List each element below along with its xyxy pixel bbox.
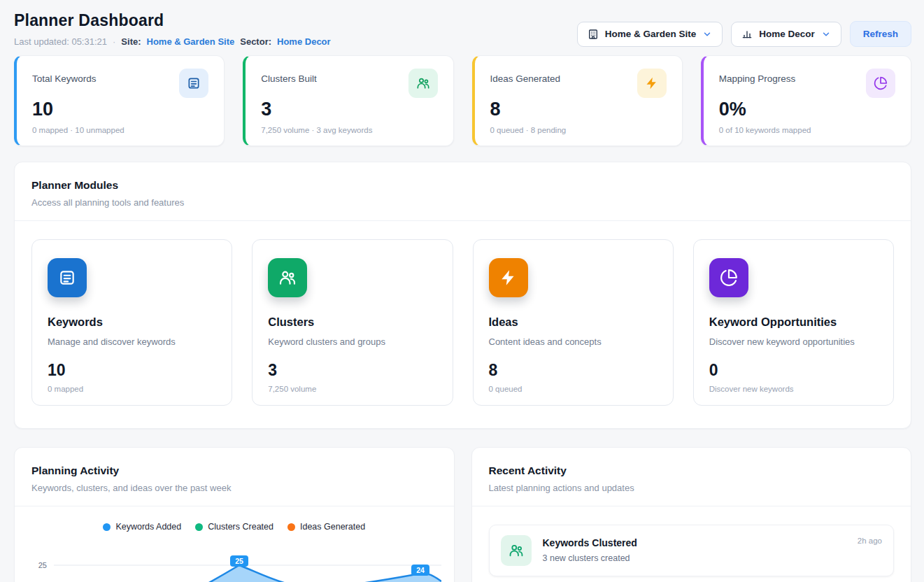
legend-dot (195, 523, 203, 531)
stat-value: 10 (32, 99, 208, 120)
chevron-down-icon (821, 29, 831, 39)
planning-activity-head: Planning Activity Keywords, clusters, an… (15, 448, 454, 506)
bar-chart-icon (741, 29, 753, 40)
stat-label: Total Keywords (32, 69, 97, 84)
planner-dashboard-page: Planner Dashboard Last updated: 05:31:21… (0, 0, 924, 582)
recent-item-title: Keywords Clustered (543, 537, 637, 548)
module-title: Keyword Opportunities (709, 315, 878, 329)
bolt-icon (489, 258, 528, 297)
stat-label: Ideas Generated (490, 69, 561, 84)
legend-item-clusters-created: Clusters Created (195, 522, 273, 532)
legend-item-ideas-generated: Ideas Generated (287, 522, 365, 532)
meta-separator: · (113, 36, 115, 47)
data-point-label: 24 (411, 565, 429, 576)
planning-activity-card: Planning Activity Keywords, clusters, an… (14, 447, 455, 582)
svg-text:24: 24 (416, 566, 425, 574)
stat-detail: 0 of 10 keywords mapped (719, 126, 895, 134)
meta-line: Last updated: 05:31:21 · Site: Home & Ga… (14, 36, 331, 47)
module-title: Ideas (489, 315, 658, 329)
module-description: Discover new keyword opportunities (709, 336, 878, 347)
stat-value: 0% (719, 99, 895, 120)
recent-activity-head: Recent Activity Latest planning actions … (472, 448, 911, 506)
module-card-clusters[interactable]: Clusters Keyword clusters and groups 3 7… (252, 239, 453, 406)
data-point-label: 25 (230, 555, 248, 567)
module-value: 0 (709, 361, 878, 380)
module-title: Keywords (48, 315, 216, 329)
module-card-ideas[interactable]: Ideas Content ideas and concepts 8 0 que… (473, 239, 674, 406)
stat-value: 3 (261, 99, 437, 120)
sector-selector-value: Home Decor (759, 29, 815, 39)
stat-label: Mapping Progress (719, 69, 796, 84)
header: Planner Dashboard Last updated: 05:31:21… (14, 11, 911, 47)
module-description: Content ideas and concepts (489, 336, 658, 347)
stat-detail: 0 mapped · 10 unmapped (32, 126, 208, 134)
stat-detail: 0 queued · 8 pending (490, 126, 667, 134)
stat-card-total-keywords: Total Keywords 10 0 mapped · 10 unmapped (14, 55, 225, 146)
module-detail: Discover new keywords (709, 385, 878, 393)
site-selector-dropdown[interactable]: Home & Garden Site (577, 22, 723, 47)
module-description: Keyword clusters and groups (268, 336, 436, 347)
stat-card-clusters-built: Clusters Built 3 7,250 volume · 3 avg ke… (243, 55, 453, 146)
section-title: Planner Modules (31, 179, 894, 192)
planning-activity-chart: 25 25 24 (15, 532, 454, 582)
users-icon (408, 69, 438, 98)
recent-item-description: 3 new clusters created (543, 553, 637, 563)
module-title: Clusters (268, 315, 436, 329)
pie-chart-icon (709, 258, 748, 297)
users-icon (268, 258, 307, 297)
recent-item-time: 2h ago (858, 537, 882, 545)
stat-label: Clusters Built (261, 69, 317, 84)
module-value: 3 (268, 361, 436, 380)
module-value: 10 (48, 361, 216, 380)
stat-card-mapping-progress: Mapping Progress 0% 0 of 10 keywords map… (701, 55, 911, 146)
last-updated-text: Last updated: 05:31:21 (14, 36, 107, 47)
pie-chart-icon (866, 69, 895, 98)
document-icon (48, 258, 87, 297)
legend-dot (287, 523, 295, 531)
building-icon (588, 29, 599, 40)
legend-item-keywords-added: Keywords Added (103, 522, 181, 532)
planner-modules-section: Planner Modules Access all planning tool… (14, 162, 911, 429)
module-value: 8 (489, 361, 658, 380)
section-title: Recent Activity (489, 464, 895, 477)
module-detail: 7,250 volume (268, 385, 436, 393)
stat-value: 8 (490, 99, 667, 120)
bottom-row: Planning Activity Keywords, clusters, an… (14, 447, 911, 582)
header-left: Planner Dashboard Last updated: 05:31:21… (14, 11, 331, 47)
site-label: Site: (121, 36, 141, 47)
module-detail: 0 mapped (48, 385, 216, 393)
chevron-down-icon (702, 29, 712, 39)
site-link[interactable]: Home & Garden Site (147, 36, 235, 47)
users-icon (501, 535, 532, 566)
section-subtitle: Access all planning tools and features (31, 197, 894, 208)
refresh-button[interactable]: Refresh (850, 21, 911, 47)
svg-text:25: 25 (235, 557, 243, 565)
stat-card-ideas-generated: Ideas Generated 8 0 queued · 8 pending (472, 55, 683, 146)
section-title: Planning Activity (31, 464, 437, 477)
recent-item-body: Keywords Clustered 3 new clusters create… (543, 535, 637, 563)
recent-activity-item[interactable]: Keywords Clustered 3 new clusters create… (489, 525, 895, 576)
module-description: Manage and discover keywords (48, 336, 216, 347)
module-card-keywords[interactable]: Keywords Manage and discover keywords 10… (31, 239, 232, 406)
document-icon (179, 69, 208, 98)
header-controls: Home & Garden Site Home Decor Refresh (577, 21, 911, 47)
bolt-icon (637, 69, 667, 98)
chart-legend: Keywords Added Clusters Created Ideas Ge… (15, 522, 454, 532)
module-detail: 0 queued (489, 385, 658, 393)
recent-activity-card: Recent Activity Latest planning actions … (471, 447, 912, 582)
page-title: Planner Dashboard (14, 11, 331, 30)
module-card-keyword-opportunities[interactable]: Keyword Opportunities Discover new keywo… (693, 239, 894, 406)
stats-row: Total Keywords 10 0 mapped · 10 unmapped… (14, 55, 911, 146)
sector-link[interactable]: Home Decor (277, 36, 331, 47)
sector-label: Sector: (240, 36, 271, 47)
y-axis-tick: 25 (38, 561, 47, 569)
section-subtitle: Latest planning actions and updates (489, 483, 895, 493)
site-selector-value: Home & Garden Site (605, 29, 697, 39)
planner-modules-head: Planner Modules Access all planning tool… (15, 162, 911, 221)
sector-selector-dropdown[interactable]: Home Decor (731, 22, 841, 47)
legend-dot (103, 523, 111, 531)
modules-grid: Keywords Manage and discover keywords 10… (15, 221, 911, 428)
section-subtitle: Keywords, clusters, and ideas over the p… (31, 483, 437, 493)
stat-detail: 7,250 volume · 3 avg keywords (261, 126, 437, 134)
